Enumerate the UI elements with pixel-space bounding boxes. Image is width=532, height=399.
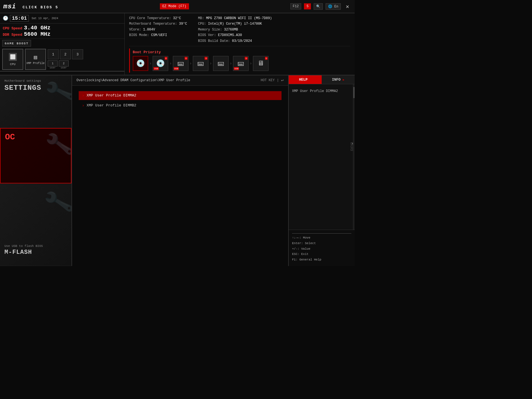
search-button[interactable]: 🔍 — [314, 3, 323, 10]
usb-badge-3: U — [185, 57, 188, 60]
help-tab-label: HELP — [299, 78, 308, 82]
cpu-icon: 🔲 — [8, 53, 17, 62]
cpu-speed-label: CPU Speed — [3, 26, 22, 30]
boot-arrow-1: › — [149, 61, 152, 66]
boot-device-5[interactable]: 🖴 — [213, 56, 229, 71]
oc-main-label: OC — [5, 132, 66, 142]
memory-value: 32768MB — [224, 28, 238, 32]
help-tab[interactable]: HELP ▶ — [289, 75, 322, 84]
sidebar-item-settings[interactable]: 🔧 Motherboard settings SETTINGS — [0, 75, 71, 128]
top-right-icons: F12 S 🔍 🌐 En ✕ — [290, 2, 351, 11]
left-top-panel: 🕐 15:01 Sat 13 Apr, 2024 CPU Speed 3.40 … — [0, 13, 125, 75]
top-bar: msi CLICK BIOS 5 EZ Mode (F7) F12 S 🔍 🌐 … — [0, 0, 355, 13]
boot-device-2[interactable]: 💿 U USB — [153, 56, 168, 71]
boot-arrow-4: › — [209, 61, 212, 66]
hw-info-left: CPU Core Temperature: 32°C Motherboard T… — [129, 16, 187, 44]
gameboost-btn-2[interactable]: 2 — [60, 49, 71, 59]
time-display: 15:01 — [10, 15, 29, 22]
ddr-speed-value: 5600 MHz — [24, 31, 50, 37]
content-area: Overclocking\Advanced DRAM Configuration… — [72, 75, 288, 266]
help-footer-line-3: +/-: Value — [292, 246, 351, 252]
mflash-sub-label: Use USB to flash BIOS — [4, 244, 43, 248]
gameboost-profile-1[interactable]: 1 — [48, 60, 58, 66]
usb-badge-7: U — [265, 57, 268, 60]
mb-value: MPG Z790 CARBON WIFI II (MS-7D89) — [206, 16, 272, 20]
boot-arrow-5: › — [230, 61, 232, 66]
cpu-speed-value: 3.40 GHz — [24, 25, 50, 31]
menu-item-label-1: XMP User Profile DIMMA2 — [86, 93, 136, 98]
cpu-profile-button[interactable]: 🔲 CPU — [2, 49, 23, 70]
mb-label: MB: — [198, 16, 204, 20]
ddr-speed-label: DDR Speed — [3, 33, 22, 37]
vcore-label: VCore: — [129, 28, 141, 32]
sidebar: 🔧 Motherboard settings SETTINGS 🔧 OC 🔧 U… — [0, 75, 72, 266]
menu-item-dimma2[interactable]: › XMP User Profile DIMMA2 — [79, 91, 282, 100]
memory-label: Memory Size: — [198, 28, 222, 32]
close-button[interactable]: ✕ — [344, 2, 351, 11]
bios-build-label: BIOS Build Date: — [198, 39, 230, 43]
boot-arrow-2: › — [169, 61, 172, 66]
info-tab-label: INFO — [332, 78, 341, 82]
menu-item-label-2: XMP User Profile DIMMB2 — [86, 103, 136, 108]
bios-ver-label: BIOS Ver: — [198, 33, 216, 37]
menu-arrow-1: › — [82, 93, 84, 98]
usb-badge-6: U — [245, 57, 248, 60]
settings-main-label: SETTINGS — [4, 84, 67, 92]
date-display: Sat 13 Apr, 2024 — [32, 17, 58, 20]
hotkey-label: HOT KEY — [261, 78, 275, 82]
settings-sub-label: Motherboard settings — [4, 79, 67, 83]
ez-mode-button[interactable]: EZ Mode (F7) — [160, 3, 189, 9]
boot-device-1[interactable]: 💿 — [133, 56, 148, 71]
cpu-button-label: CPU — [10, 63, 16, 66]
help-footer-line-4: ESC: Exit — [292, 252, 351, 257]
xmp-button-label: XMP Profile — [26, 62, 45, 65]
xmp-icon: ▤ — [34, 54, 37, 61]
hw-info-right: MB: MPG Z790 CARBON WIFI II (MS-7D89) CP… — [198, 16, 272, 44]
mb-temp-value: 39°C — [179, 22, 187, 26]
bios-ver-value: E7D89IMS.A30 — [218, 33, 242, 37]
s-button[interactable]: S — [304, 3, 311, 9]
bios-mode-value: CSM/UEFI — [151, 33, 167, 37]
help-footer-line-1: ↑↓→←: Move — [292, 235, 351, 241]
menu-item-dimmb2[interactable]: › XMP User Profile DIMMB2 — [79, 101, 282, 110]
bios-mode-label: BIOS Mode: — [129, 33, 149, 37]
info-tab[interactable]: INFO ▶ — [322, 75, 355, 84]
gameboost-section: GAME BOOST 🔲 CPU ▤ XMP Profile — [0, 39, 124, 71]
sidebar-item-oc[interactable]: 🔧 OC — [0, 128, 71, 183]
right-top-panel: CPU Core Temperature: 32°C Motherboard T… — [125, 13, 355, 75]
breadcrumb-path: Overclocking\Advanced DRAM Configuration… — [76, 78, 190, 82]
boot-device-6[interactable]: 🖴 U USB — [233, 56, 249, 71]
help-content: XMP User Profile DIMMA2 — [289, 84, 355, 230]
help-footer-line-2: Enter: Select — [292, 241, 351, 246]
xmp-profile-button[interactable]: ▤ XMP Profile — [25, 49, 46, 70]
boot-arrow-6: › — [250, 61, 252, 66]
cpu-temp-label: CPU Core Temperature: — [129, 16, 171, 20]
sidebar-item-mflash[interactable]: 🔧 Use USB to flash BIOS M-FLASH — [0, 183, 71, 266]
boot-section: Boot Priority 💿 › 💿 U USB › — [129, 48, 350, 73]
help-tab-arrow: ▶ — [310, 78, 311, 81]
cpu-temp-value: 32°C — [173, 16, 181, 20]
hotkey-area: HOT KEY | ↩ — [261, 78, 284, 83]
help-tabs: HELP ▶ INFO ▶ — [289, 75, 355, 84]
back-button[interactable]: ↩ — [281, 78, 284, 83]
boot-device-3[interactable]: 🖴 U USB — [173, 56, 188, 71]
gameboost-profile-2[interactable]: 2 — [59, 60, 69, 66]
boot-priority-label: Boot Priority — [133, 50, 347, 54]
gameboost-btn-3[interactable]: 3 — [72, 49, 83, 59]
gameboost-btn-1[interactable]: 1 — [48, 49, 59, 59]
info-tab-arrow: ▶ — [343, 78, 344, 81]
language-button[interactable]: 🌐 En — [326, 3, 341, 10]
vcore-value: 1.004V — [143, 28, 155, 32]
help-content-inner: ▲ — « XMP User Profile DIMMA2 — [289, 84, 355, 230]
boot-devices-row: 💿 › 💿 U USB › 🖴 U USB — [133, 56, 347, 71]
boot-device-4[interactable]: 🖴 U — [193, 56, 208, 71]
help-panel: HELP ▶ INFO ▶ ▲ — « — [288, 75, 355, 266]
f12-button[interactable]: F12 — [290, 3, 301, 9]
boot-arrow-3: › — [190, 61, 192, 66]
cpu-value: Intel(R) Core(TM) i7-14700K — [208, 22, 262, 26]
usb-badge-2: U — [165, 57, 168, 60]
breadcrumb-bar: Overclocking\Advanced DRAM Configuration… — [72, 75, 288, 86]
usb-badge-4: U — [204, 57, 208, 60]
boot-device-7[interactable]: 🖥 U — [253, 56, 268, 71]
cpu-label: CPU: — [198, 22, 206, 26]
